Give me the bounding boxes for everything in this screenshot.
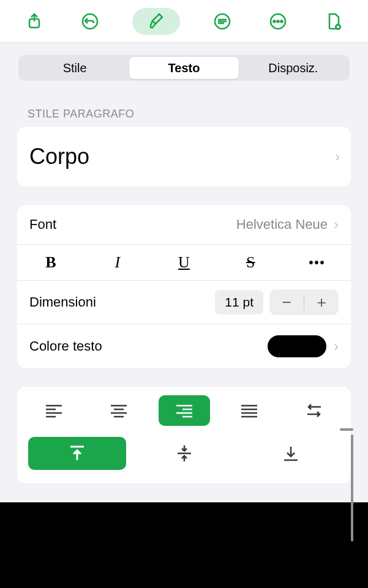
tab-text[interactable]: Testo <box>129 57 238 79</box>
chevron-right-icon: › <box>334 338 339 355</box>
horizontal-align-row <box>28 395 340 426</box>
alignment-card <box>17 387 351 483</box>
more-icon <box>269 12 287 31</box>
insert-button[interactable] <box>209 8 236 35</box>
align-right-icon <box>175 403 193 418</box>
more-button[interactable] <box>265 8 291 35</box>
valign-bottom-button[interactable] <box>242 437 340 470</box>
format-tabs: Stile Testo Disposiz. <box>18 55 350 81</box>
paragraph-style-value: Corpo <box>29 144 89 169</box>
svg-point-5 <box>277 20 279 22</box>
valign-middle-icon <box>175 444 193 463</box>
size-increase-button[interactable]: + <box>304 289 339 315</box>
bottom-black-area <box>0 502 368 588</box>
text-format-icon <box>213 12 231 31</box>
document-button[interactable] <box>320 8 347 35</box>
svg-point-8 <box>337 26 339 28</box>
style-buttons-row: B I U S ••• <box>17 245 351 281</box>
svg-point-6 <box>281 20 283 22</box>
align-left-button[interactable] <box>28 395 80 426</box>
font-card: Font Helvetica Neue › B I U S ••• Dimens… <box>17 205 351 368</box>
italic-button[interactable]: I <box>96 253 139 272</box>
document-icon <box>325 12 343 31</box>
text-color-swatch[interactable] <box>268 335 326 357</box>
tabs-wrapper: Stile Testo Disposiz. <box>0 43 368 89</box>
undo-button[interactable] <box>77 8 103 35</box>
size-decrease-button[interactable]: − <box>269 289 304 315</box>
format-button[interactable] <box>132 8 180 35</box>
paintbrush-icon <box>147 12 165 31</box>
valign-top-icon <box>68 444 86 463</box>
size-stepper: − + <box>269 289 339 315</box>
chevron-right-icon: › <box>334 216 339 233</box>
share-button[interactable] <box>21 8 48 35</box>
paragraph-style-row[interactable]: Corpo › <box>17 127 351 187</box>
font-value: Helvetica Neue <box>236 217 328 233</box>
align-left-icon <box>45 403 63 418</box>
more-text-options-button[interactable]: ••• <box>296 256 339 270</box>
align-center-icon <box>110 403 128 418</box>
paragraph-style-card: Corpo › <box>17 127 351 187</box>
align-justify-icon <box>240 403 258 418</box>
text-direction-icon <box>305 403 323 418</box>
strikethrough-button[interactable]: S <box>229 253 272 272</box>
size-value[interactable]: 11 pt <box>215 290 263 314</box>
align-center-button[interactable] <box>93 395 145 426</box>
svg-point-4 <box>274 20 276 22</box>
callout-line <box>351 434 353 541</box>
paragraph-style-header: STILE PARAGRAFO <box>0 89 368 127</box>
chevron-right-icon: › <box>335 148 340 165</box>
font-label: Font <box>29 217 56 233</box>
vertical-align-row <box>28 437 340 470</box>
text-color-label: Colore testo <box>29 338 268 354</box>
valign-bottom-icon <box>282 444 300 463</box>
top-toolbar <box>0 0 368 43</box>
text-color-row[interactable]: Colore testo › <box>17 324 351 368</box>
tab-style[interactable]: Stile <box>20 57 129 79</box>
bold-button[interactable]: B <box>29 253 72 272</box>
text-direction-button[interactable] <box>288 395 340 426</box>
font-row[interactable]: Font Helvetica Neue › <box>17 205 351 245</box>
undo-icon <box>81 12 99 31</box>
valign-middle-button[interactable] <box>135 437 233 470</box>
tab-arrange[interactable]: Disposiz. <box>239 57 348 79</box>
share-icon <box>26 13 43 30</box>
valign-top-button[interactable] <box>28 437 126 470</box>
underline-button[interactable]: U <box>163 253 206 272</box>
align-right-button[interactable] <box>159 395 210 426</box>
size-row: Dimensioni 11 pt − + <box>17 281 351 324</box>
align-justify-button[interactable] <box>223 395 275 426</box>
size-label: Dimensioni <box>29 294 215 310</box>
